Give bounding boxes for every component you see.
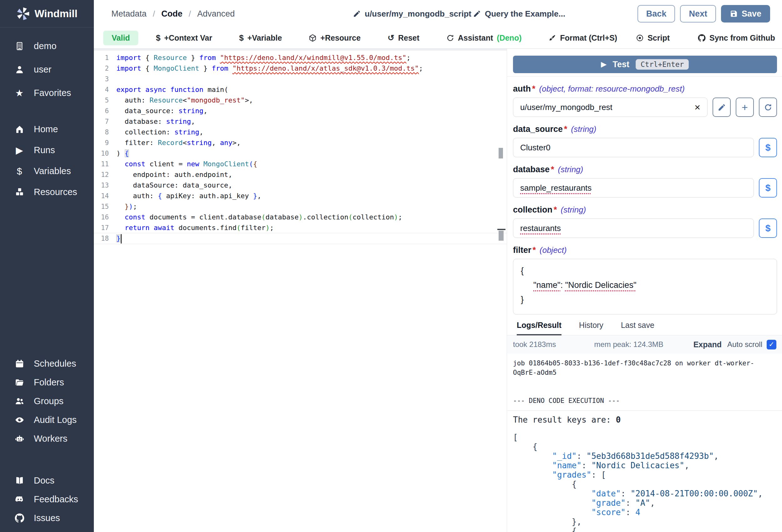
filter-json-editor[interactable]: { "name": "Nordic Delicacies" } (513, 259, 777, 314)
sidebar-item-resources[interactable]: Resources (0, 182, 94, 202)
code-line[interactable]: 14 auth: { apiKey: auth.api_key }, (94, 191, 507, 201)
tab-last-save[interactable]: Last save (621, 321, 654, 335)
script-kind-button[interactable]: Script (627, 33, 679, 42)
code-line[interactable]: 9 filter: Record<string, any>, (94, 138, 507, 148)
code-line[interactable]: 15 }); (94, 201, 507, 212)
code-line[interactable]: 7 database: string, (94, 116, 507, 127)
next-button[interactable]: Next (680, 5, 716, 23)
data-source-input[interactable]: Cluster0 (513, 138, 754, 157)
tab-metadata[interactable]: Metadata (111, 9, 147, 19)
code-line[interactable]: 3 (94, 74, 507, 84)
divider (507, 410, 782, 411)
format-button[interactable]: Format (Ctrl+S) (539, 28, 627, 48)
data-source-value: Cluster0 (520, 143, 550, 153)
code-line[interactable]: 10) { (94, 148, 507, 159)
filter-value: "Nordic Delicacies" (565, 280, 637, 290)
collection-var-button[interactable]: $ (759, 219, 777, 238)
test-button[interactable]: ▶ Test Ctrl+Enter (513, 55, 777, 73)
sidebar-item-label: demo (34, 41, 57, 51)
sidebar-item-issues[interactable]: Issues (0, 508, 94, 527)
sidebar-item-label: Audit Logs (34, 415, 77, 425)
sidebar-item-label: user (34, 64, 51, 75)
code-line[interactable]: 12 endpoint: auth.endpoint, (94, 169, 507, 180)
plus-icon: + (742, 102, 748, 113)
code-line[interactable]: 16 const documents = client.database(dat… (94, 212, 507, 223)
sidebar-item-label: Schedules (34, 358, 76, 369)
refresh-resource-button[interactable] (759, 98, 777, 117)
result-json-line: "_id": "5eb3d668b31de5d588f4293b", (513, 451, 777, 461)
code-line[interactable]: 18} (94, 233, 507, 244)
code-line[interactable]: 6 data_source: string, (94, 106, 507, 116)
code-line[interactable]: 1import { Resource } from "https://deno.… (94, 52, 507, 63)
code-line[interactable]: 8 collection: string, (94, 127, 507, 138)
add-context-var-button[interactable]: $ +Context Var (146, 28, 221, 48)
result-json-line: }, (513, 517, 777, 526)
sidebar-item-feedbacks[interactable]: Feedbacks (0, 490, 94, 508)
sidebar-item-workspace-demo[interactable]: demo (0, 34, 94, 58)
autoscroll-checkbox[interactable]: ✓ (767, 340, 776, 349)
sidebar-item-favorites[interactable]: ★ Favorites (0, 81, 94, 105)
line-number: 13 (94, 180, 109, 191)
sidebar-item-label: Groups (34, 396, 64, 406)
sidebar-item-schedules[interactable]: Schedules (0, 354, 94, 373)
add-resource-inline-button[interactable]: + (736, 98, 754, 117)
script-summary[interactable]: Query the Example... (473, 0, 565, 28)
tab-code[interactable]: Code (162, 9, 183, 19)
required-asterisk: * (564, 124, 567, 134)
tab-logs-result[interactable]: Logs/Result (517, 321, 562, 335)
sidebar-item-docs[interactable]: Docs (0, 471, 94, 490)
script-path[interactable]: u/user/my_mongodb_script (353, 0, 471, 28)
sidebar-item-runs[interactable]: ▶ Runs (0, 140, 94, 161)
editor-scrollbar-thumb[interactable] (499, 231, 504, 241)
code-editor[interactable]: 1import { Resource } from "https://deno.… (94, 51, 507, 532)
edit-resource-button[interactable] (713, 98, 731, 117)
sync-from-github-button[interactable]: Sync from Github (688, 33, 782, 42)
sidebar-item-folders[interactable]: Folders (0, 373, 94, 392)
save-button[interactable]: Save (721, 5, 770, 23)
result-json-line: { (513, 526, 777, 532)
line-number: 5 (94, 95, 109, 106)
database-input[interactable]: sample_restaurants (513, 178, 754, 197)
assistant-button[interactable]: Assistant (Deno) (437, 28, 531, 48)
sidebar-item-user[interactable]: user (0, 58, 94, 81)
code-line[interactable]: 2import { MongoClient } from "https://de… (94, 63, 507, 74)
sync-from-github-label: Sync from Github (709, 33, 775, 42)
reset-button[interactable]: ↺ Reset (378, 28, 429, 48)
job-log-text: job 01864b05-8033-b136-1def-f30c48ac7c28… (513, 358, 763, 406)
tab-advanced[interactable]: Advanced (198, 9, 235, 19)
sidebar-item-audit-logs[interactable]: Audit Logs (0, 410, 94, 429)
sidebar-item-groups[interactable]: Groups (0, 392, 94, 410)
expand-button[interactable]: Expand (694, 340, 722, 349)
editor-scrollbar-thumb[interactable] (499, 148, 503, 158)
result-json-line: { (513, 442, 777, 451)
auth-resource-input[interactable]: u/user/my_mongodb_rest × (513, 98, 708, 117)
database-var-button[interactable]: $ (759, 178, 777, 197)
code-line[interactable]: 13 dataSource: data_source, (94, 180, 507, 191)
field-label-collection: collection * (string) (513, 205, 777, 215)
required-asterisk: * (551, 165, 554, 175)
back-button[interactable]: Back (638, 5, 675, 23)
tab-history[interactable]: History (579, 321, 603, 335)
windmill-logo[interactable]: Windmill (0, 0, 94, 28)
line-number: 3 (94, 74, 109, 84)
sidebar-item-variables[interactable]: $ Variables (0, 161, 94, 182)
add-resource-label: +Resource (320, 33, 361, 42)
clear-icon[interactable]: × (695, 102, 700, 112)
github-icon (14, 513, 25, 523)
add-resource-button[interactable]: +Resource (299, 28, 370, 48)
code-line[interactable]: 17 return await documents.find(filter); (94, 223, 507, 233)
sidebar-item-label: Home (34, 124, 58, 135)
add-variable-button[interactable]: $ +Variable (229, 28, 291, 48)
dollar-icon: $ (239, 33, 243, 43)
result-json-line: "grades": [ (513, 470, 777, 480)
valid-badge: Valid (103, 31, 138, 45)
filter-open-brace: { (521, 264, 769, 278)
code-line[interactable]: 11 const client = new MongoClient({ (94, 159, 507, 169)
sidebar-item-home[interactable]: Home (0, 119, 94, 140)
field-type: (string) (561, 205, 586, 215)
sidebar-item-workers[interactable]: Workers (0, 429, 94, 448)
collection-input[interactable]: restaurants (513, 219, 754, 238)
data-source-var-button[interactable]: $ (759, 138, 777, 157)
code-line[interactable]: 5 auth: Resource<"mongodb_rest">, (94, 95, 507, 106)
code-line[interactable]: 4export async function main( (94, 84, 507, 95)
